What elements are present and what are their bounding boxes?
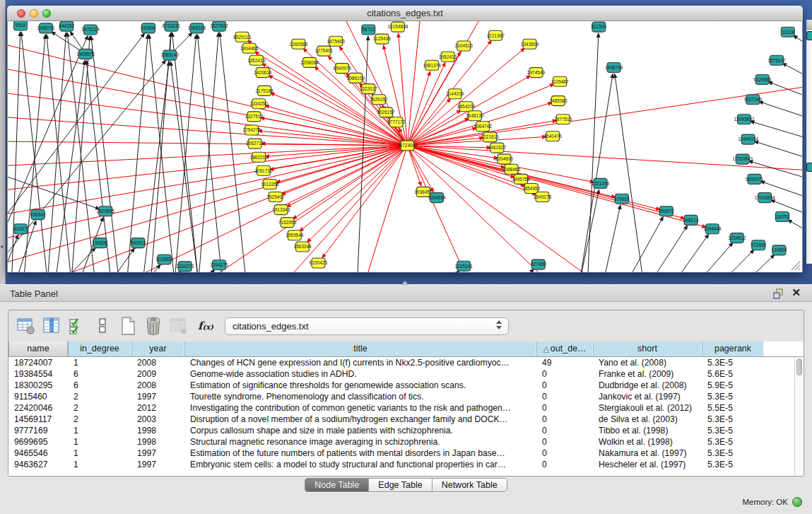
tab-node-table[interactable]: Node Table (305, 479, 369, 491)
new-document-icon[interactable] (117, 315, 139, 337)
network-edge[interactable] (111, 248, 134, 272)
network-edge[interactable] (300, 146, 408, 231)
network-edge[interactable] (407, 146, 685, 218)
network-edge[interactable] (699, 243, 733, 272)
tab-edge-table[interactable]: Edge Table (369, 479, 432, 491)
network-edge[interactable] (604, 205, 620, 272)
table-cell: 0 (536, 448, 593, 459)
table-row[interactable]: 946362711997Embryonic stem cells: a mode… (8, 459, 804, 470)
network-node-label: 930834 (141, 25, 156, 30)
column-header-year[interactable]: year (131, 341, 184, 356)
panel-divider-handle[interactable] (401, 281, 408, 285)
network-edge[interactable] (21, 32, 47, 272)
network-edge[interactable] (754, 141, 802, 164)
network-edge[interactable] (199, 33, 219, 272)
network-edge[interactable] (172, 33, 199, 272)
column-header-short[interactable]: short (593, 341, 702, 356)
float-panel-icon[interactable] (773, 288, 784, 302)
network-edge[interactable] (746, 255, 775, 272)
close-panel-icon[interactable]: ✕ (792, 286, 801, 299)
network-edge[interactable] (127, 35, 148, 272)
table-row[interactable]: 946554611997Estimation of the future num… (8, 448, 804, 459)
network-edge[interactable] (675, 234, 709, 272)
resize-grip-icon[interactable] (789, 259, 801, 271)
unselect-all-columns-icon[interactable] (92, 315, 113, 337)
table-row[interactable]: 911546021997Tourette syndrome. Phenomeno… (8, 391, 804, 402)
network-edge[interactable] (47, 35, 71, 272)
network-canvas[interactable]: 1872400721751881334250132751227542753062… (7, 21, 803, 272)
window-titlebar[interactable]: citations_edges.txt (7, 6, 803, 21)
network-edge[interactable] (579, 189, 599, 272)
network-edge[interactable] (197, 35, 222, 272)
table-scrollbar[interactable] (794, 357, 804, 476)
column-header-title[interactable]: title (184, 341, 536, 356)
column-header-name[interactable]: name (8, 341, 68, 356)
table-row[interactable]: 1872400712008Changes of HCN gene express… (8, 357, 804, 368)
network-edge[interactable] (407, 146, 469, 272)
column-header-in_degree[interactable]: in_degree (68, 341, 131, 356)
network-edge[interactable] (788, 220, 802, 242)
network-edge[interactable] (579, 74, 613, 272)
table-cell: Franke et al. (2009) (593, 368, 702, 380)
column-header-out_de[interactable]: △out_de… (536, 341, 593, 356)
table-selector[interactable]: citations_edges.txt (225, 317, 509, 335)
network-edge[interactable] (199, 269, 215, 272)
network-edge[interactable] (287, 146, 408, 207)
network-node-label: 1959544 (286, 233, 304, 238)
network-edge[interactable] (407, 136, 546, 146)
show-columns-icon[interactable] (41, 315, 62, 337)
network-edge[interactable] (265, 146, 407, 157)
table-row[interactable]: 1456911722003Disruption of a novel membe… (8, 414, 804, 425)
network-edge[interactable] (723, 250, 754, 272)
network-edge[interactable] (384, 45, 408, 146)
table-cell: 0 (536, 402, 593, 414)
network-edge[interactable] (759, 102, 802, 124)
network-node-label: 3062713 (246, 141, 264, 146)
network-node-label: 116753 (775, 214, 790, 219)
network-edge[interactable] (651, 226, 687, 272)
network-edge[interactable] (628, 217, 664, 272)
create-new-table-icon[interactable] (16, 315, 37, 337)
network-edge[interactable] (407, 21, 420, 146)
network-node-label: 11124 (782, 30, 794, 35)
network-edge[interactable] (286, 146, 407, 272)
table-row[interactable]: 969969511998Structural magnetic resonanc… (8, 436, 804, 448)
network-window[interactable]: citations_edges.txt 18724007217518813342… (7, 6, 803, 273)
table-cell: Jankovic et al. (1997) (593, 391, 702, 402)
table-panel-header[interactable]: Table Panel ✕ (0, 284, 812, 302)
delete-table-icon[interactable] (143, 315, 164, 337)
table-row[interactable]: 977716911998Corpus callosum shape and si… (8, 425, 804, 436)
table-row[interactable]: 1830029562008Estimation of significance … (8, 380, 804, 391)
network-edge[interactable] (8, 41, 407, 146)
network-edge[interactable] (407, 146, 433, 192)
network-edge[interactable] (127, 146, 408, 272)
network-edge[interactable] (8, 117, 407, 146)
network-graph[interactable]: 1872400721751881334250132751227542753062… (8, 21, 802, 272)
network-node-label: 1981374 (423, 63, 442, 68)
network-edge[interactable] (365, 146, 408, 272)
network-edge[interactable] (516, 269, 534, 272)
table-row[interactable]: 2242004622012Investigating the contribut… (8, 402, 804, 414)
function-builder-icon[interactable]: f(x) (198, 320, 213, 332)
select-all-columns-icon[interactable] (66, 315, 88, 337)
table-scrollbar-thumb[interactable] (796, 358, 802, 375)
network-edge[interactable] (71, 36, 90, 272)
table-cell: 2003 (131, 414, 184, 425)
column-header-pagerank[interactable]: pagerank (702, 341, 764, 356)
network-edge[interactable] (782, 63, 802, 86)
network-edge[interactable] (24, 35, 46, 272)
tab-network-table[interactable]: Network Table (433, 479, 507, 491)
table-row[interactable]: 1938455462009Genome-wide association stu… (8, 368, 804, 380)
collapse-left-icon[interactable]: ◂ (0, 243, 3, 250)
network-edge[interactable] (445, 271, 459, 272)
network-edge[interactable] (615, 74, 643, 272)
network-edge[interactable] (220, 33, 246, 272)
network-edge[interactable] (793, 35, 802, 57)
control-panel-divider[interactable]: ◂ (0, 0, 6, 284)
network-edge[interactable] (407, 98, 450, 146)
network-edge[interactable] (768, 82, 802, 104)
network-edge[interactable] (407, 21, 484, 146)
network-edge[interactable] (8, 141, 407, 146)
network-edge[interactable] (149, 35, 175, 272)
network-edge[interactable] (91, 36, 119, 272)
